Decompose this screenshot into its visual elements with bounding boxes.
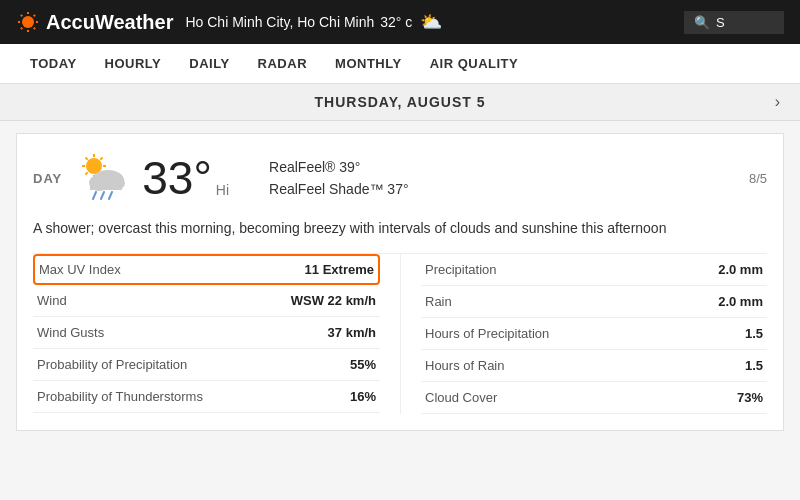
nav-air-quality[interactable]: AIR QUALITY (416, 46, 533, 81)
stat-prob-precip-value: 55% (350, 357, 376, 372)
stat-prob-thunder-label: Probability of Thunderstorms (37, 389, 203, 404)
svg-line-7 (34, 15, 35, 16)
search-box[interactable]: 🔍 S (684, 11, 784, 34)
header-temp: 32° c (380, 14, 412, 30)
nav-hourly[interactable]: HOURLY (91, 46, 176, 81)
nav-today[interactable]: TODAY (16, 46, 91, 81)
stat-wind-value: WSW 22 km/h (291, 293, 376, 308)
svg-line-24 (109, 192, 112, 199)
main-weather-card: DAY (16, 133, 784, 431)
stat-rain: Rain 2.0 mm (421, 286, 767, 318)
logo-area: AccuWeather (16, 10, 173, 34)
search-text: S (716, 15, 725, 30)
svg-line-5 (21, 15, 22, 16)
svg-line-14 (86, 158, 88, 160)
svg-line-17 (86, 172, 88, 174)
realfeel-shade-value: RealFeel Shade™ 37° (269, 178, 408, 200)
weather-condition-icon (74, 150, 134, 206)
svg-line-22 (93, 192, 96, 199)
stat-cloud-cover-value: 73% (737, 390, 763, 405)
stat-precipitation-value: 2.0 mm (718, 262, 763, 277)
temperature-display: 33° (142, 151, 212, 205)
stat-prob-thunder-value: 16% (350, 389, 376, 404)
stat-hours-rain: Hours of Rain 1.5 (421, 350, 767, 382)
stat-wind: Wind WSW 22 km/h (33, 285, 380, 317)
svg-line-16 (101, 158, 103, 160)
date-label: THURSDAY, AUGUST 5 (315, 94, 486, 110)
stat-hours-rain-value: 1.5 (745, 358, 763, 373)
nav-radar[interactable]: RADAR (244, 46, 321, 81)
weather-description: A shower; overcast this morning, becomin… (33, 218, 767, 239)
next-day-arrow[interactable]: › (775, 93, 780, 111)
date-badge: 8/5 (749, 171, 767, 186)
stats-right-column: Precipitation 2.0 mm Rain 2.0 mm Hours o… (400, 254, 767, 414)
header: AccuWeather Ho Chi Minh City, Ho Chi Min… (0, 0, 800, 44)
partly-cloudy-rain-icon (74, 150, 134, 202)
svg-rect-21 (90, 181, 122, 190)
accuweather-logo-icon (16, 10, 40, 34)
stat-wind-gusts-label: Wind Gusts (37, 325, 104, 340)
stat-prob-precip-label: Probability of Precipitation (37, 357, 187, 372)
stat-hours-precip-value: 1.5 (745, 326, 763, 341)
stat-uv-value: 11 Extreme (305, 262, 374, 277)
day-header: DAY (33, 150, 767, 206)
stat-precipitation-label: Precipitation (425, 262, 497, 277)
stat-prob-precip: Probability of Precipitation 55% (33, 349, 380, 381)
hi-label: Hi (216, 182, 229, 198)
stats-grid: Max UV Index 11 Extreme Wind WSW 22 km/h… (33, 253, 767, 414)
stat-hours-rain-label: Hours of Rain (425, 358, 504, 373)
stat-precipitation: Precipitation 2.0 mm (421, 254, 767, 286)
stat-wind-gusts-value: 37 km/h (328, 325, 376, 340)
nav-monthly[interactable]: MONTHLY (321, 46, 416, 81)
stat-uv-label: Max UV Index (39, 262, 121, 277)
logo-text: AccuWeather (46, 11, 173, 34)
realfeel-area: RealFeel® 39° RealFeel Shade™ 37° (269, 156, 408, 201)
stat-cloud-cover: Cloud Cover 73% (421, 382, 767, 414)
date-bar: THURSDAY, AUGUST 5 › (0, 84, 800, 121)
search-icon: 🔍 (694, 15, 710, 30)
stat-cloud-cover-label: Cloud Cover (425, 390, 497, 405)
realfeel-value: RealFeel® 39° (269, 156, 408, 178)
stat-hours-precip: Hours of Precipitation 1.5 (421, 318, 767, 350)
stat-prob-thunder: Probability of Thunderstorms 16% (33, 381, 380, 413)
svg-line-8 (21, 28, 22, 29)
stat-hours-precip-label: Hours of Precipitation (425, 326, 549, 341)
stat-wind-gusts: Wind Gusts 37 km/h (33, 317, 380, 349)
stat-rain-value: 2.0 mm (718, 294, 763, 309)
header-location: Ho Chi Minh City, Ho Chi Minh (185, 14, 374, 30)
header-weather-icon: ⛅ (420, 11, 442, 33)
svg-line-6 (34, 28, 35, 29)
svg-line-23 (101, 192, 104, 199)
stat-wind-label: Wind (37, 293, 67, 308)
stat-uv-index: Max UV Index 11 Extreme (33, 254, 380, 285)
svg-point-0 (22, 16, 34, 28)
stats-left-column: Max UV Index 11 Extreme Wind WSW 22 km/h… (33, 254, 400, 414)
day-label: DAY (33, 171, 62, 186)
nav-bar: TODAY HOURLY DAILY RADAR MONTHLY AIR QUA… (0, 44, 800, 84)
nav-daily[interactable]: DAILY (175, 46, 243, 81)
header-right: 🔍 S (684, 11, 784, 34)
stat-rain-label: Rain (425, 294, 452, 309)
